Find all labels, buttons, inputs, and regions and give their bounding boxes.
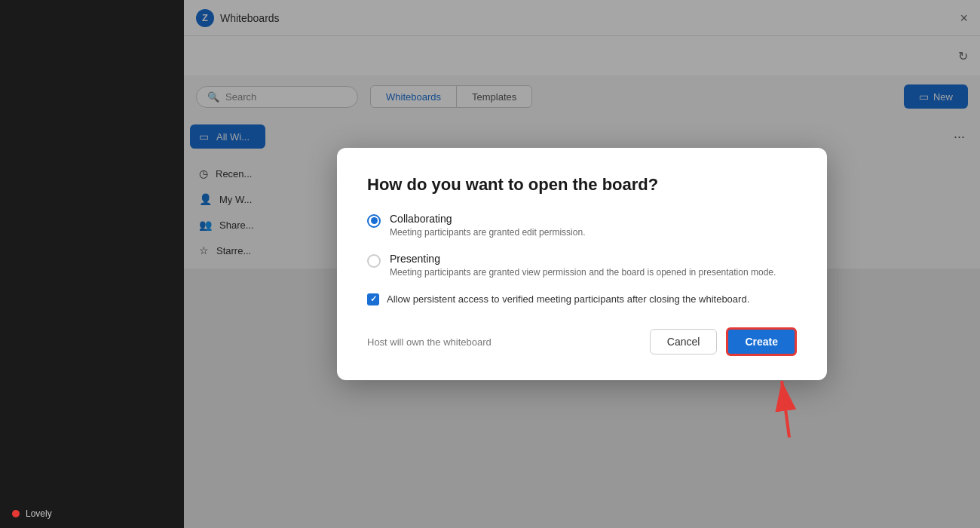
- host-note: Host will own the whiteboard: [367, 336, 492, 348]
- radio-collaborating[interactable]: [367, 214, 381, 228]
- checkbox-row[interactable]: ✓ Allow persistent access to verified me…: [367, 293, 797, 306]
- presenting-text: Presenting Meeting participants are gran…: [390, 253, 776, 278]
- create-button[interactable]: Create: [726, 327, 797, 356]
- red-arrow-icon: [744, 373, 804, 441]
- presenting-label: Presenting: [390, 253, 776, 265]
- left-sidebar: [0, 0, 184, 528]
- option-presenting[interactable]: Presenting Meeting participants are gran…: [367, 253, 797, 278]
- user-name: Lovely: [26, 508, 52, 519]
- dialog: How do you want to open the board? Colla…: [337, 148, 827, 380]
- user-avatar: [12, 510, 20, 517]
- cancel-button[interactable]: Cancel: [650, 329, 718, 355]
- footer-buttons: Cancel Create: [650, 327, 797, 356]
- checkbox-label: Allow persistent access to verified meet…: [387, 293, 749, 306]
- presenting-desc: Meeting participants are granted view pe…: [390, 267, 776, 278]
- collaborating-text: Collaborating Meeting participants are g…: [390, 213, 585, 238]
- checkbox-persistent[interactable]: ✓: [367, 293, 379, 305]
- svg-line-1: [782, 381, 789, 437]
- user-area: Lovely: [0, 499, 184, 528]
- collaborating-label: Collaborating: [390, 213, 585, 225]
- collaborating-desc: Meeting participants are granted edit pe…: [390, 227, 585, 238]
- dialog-title: How do you want to open the board?: [367, 175, 797, 195]
- modal-overlay: How do you want to open the board? Colla…: [184, 0, 980, 528]
- checkmark-icon: ✓: [370, 294, 377, 304]
- red-arrow-container: [744, 373, 804, 444]
- dialog-footer: Host will own the whiteboard Cancel Crea…: [367, 327, 797, 356]
- option-collaborating[interactable]: Collaborating Meeting participants are g…: [367, 213, 797, 238]
- radio-presenting[interactable]: [367, 254, 381, 268]
